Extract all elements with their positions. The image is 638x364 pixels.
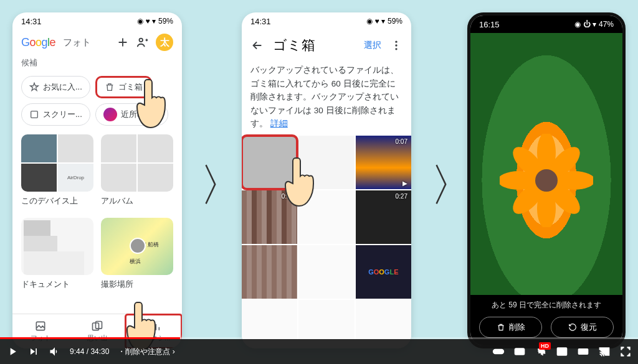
settings-button[interactable]: HD — [535, 345, 547, 359]
time-display: 9:44 / 34:30 — [70, 347, 109, 356]
status-indicators: ◉ ⏻ ▾47% — [574, 20, 614, 29]
countdown-message: あと 59 日で完全に削除されます — [470, 295, 622, 314]
svg-point-18 — [500, 350, 503, 353]
captions-icon[interactable] — [513, 345, 526, 358]
trash-item[interactable] — [298, 136, 354, 189]
progress-bar[interactable] — [0, 337, 638, 339]
chip-thumb-icon — [103, 108, 117, 121]
photo-preview[interactable] — [470, 33, 622, 301]
svg-rect-19 — [515, 348, 525, 355]
tile-device[interactable]: AirDrop このデバイス上 — [21, 134, 93, 207]
chip-nearby[interactable]: 近所のお... — [95, 103, 168, 126]
status-bar: 16:15 ◉ ⏻ ▾47% — [470, 16, 622, 33]
chip-favorites[interactable]: お気に入... — [21, 76, 90, 98]
trash-item[interactable] — [298, 245, 354, 299]
trash-header: ゴミ箱 選択 — [242, 30, 411, 61]
select-button[interactable]: 選択 — [364, 40, 381, 51]
hd-badge: HD — [539, 342, 551, 350]
section-label: 候補 — [12, 55, 182, 71]
collections-icon — [148, 320, 160, 332]
trash-grid: 0:07▶ 0:07 0:27 GOOGLE — [242, 136, 411, 348]
cast-icon[interactable] — [598, 345, 611, 358]
svg-point-7 — [395, 48, 397, 50]
restore-icon — [568, 323, 577, 332]
suggestion-chips: お気に入... ゴミ箱 スクリー... 近所のお... — [12, 71, 182, 131]
app-title: フォト — [63, 37, 91, 49]
chip-screenshots[interactable]: スクリー... — [21, 103, 90, 126]
svg-point-6 — [395, 44, 397, 46]
svg-rect-21 — [562, 352, 566, 354]
svg-point-16 — [535, 169, 558, 192]
delete-button[interactable]: 削除 — [479, 317, 542, 338]
autoplay-toggle-icon[interactable] — [492, 345, 505, 358]
memories-icon — [91, 320, 103, 332]
share-people-icon[interactable] — [136, 35, 150, 49]
svg-point-0 — [140, 39, 143, 42]
trash-item[interactable] — [242, 245, 297, 299]
category-tiles-row-2: ドキュメント 京 船橋 横浜 撮影場所 — [12, 214, 182, 294]
volume-icon[interactable] — [49, 345, 61, 358]
clock: 14:31 — [21, 17, 42, 26]
trash-item[interactable]: 0:27 — [356, 190, 411, 244]
screenshot-icon — [29, 110, 39, 119]
phone-screen-1: 14:31 ◉ ♥ ▾59% Google フォト 太 候補 お気に入... ゴ… — [12, 12, 182, 348]
svg-point-5 — [395, 41, 397, 43]
svg-rect-22 — [579, 349, 588, 354]
tile-documents[interactable]: ドキュメント — [21, 218, 93, 290]
more-icon[interactable] — [390, 39, 402, 52]
details-link[interactable]: 詳細 — [270, 119, 288, 128]
trash-item[interactable] — [242, 136, 297, 189]
star-icon — [29, 82, 39, 92]
miniplayer-icon[interactable] — [556, 345, 568, 358]
status-bar: 14:31 ◉ ♥ ▾59% — [12, 12, 182, 30]
photo-icon — [34, 320, 47, 332]
play-icon[interactable] — [6, 345, 19, 358]
clock: 16:15 — [479, 20, 500, 29]
status-indicators: ◉ ♥ ▾59% — [137, 17, 173, 26]
page-title: ゴミ箱 — [273, 36, 355, 55]
avatar[interactable]: 太 — [156, 34, 173, 51]
google-logo: Google — [21, 36, 55, 49]
flower-photo — [500, 134, 593, 227]
trash-icon — [497, 323, 505, 332]
chevron-right-icon: 〉 — [199, 156, 244, 215]
fullscreen-icon[interactable] — [619, 345, 632, 358]
phone-screen-2: 14:31 ◉ ♥ ▾59% ゴミ箱 選択 バックアップされているファイルは、ゴ… — [242, 12, 411, 348]
add-icon[interactable] — [116, 35, 130, 49]
trash-item[interactable]: 0:07 — [242, 190, 297, 244]
trash-icon — [105, 82, 115, 92]
theater-icon[interactable] — [577, 345, 589, 358]
chapter-title[interactable]: ・削除や注意点 › — [118, 347, 174, 357]
trash-description: バックアップされているファイルは、ゴミ箱に入れてから 60 日後に完全に削除され… — [242, 61, 411, 136]
phone-screen-3: 16:15 ◉ ⏻ ▾47% ← あと 59 日で完全に削除されます — [467, 12, 626, 348]
status-bar: 14:31 ◉ ♥ ▾59% — [242, 12, 411, 30]
tile-album[interactable]: アルバム — [101, 134, 173, 207]
tile-locations[interactable]: 京 船橋 横浜 撮影場所 — [101, 218, 173, 290]
video-player-controls: 9:44 / 34:30 ・削除や注意点 › HD — [0, 339, 638, 364]
chip-trash[interactable]: ゴミ箱 — [95, 76, 152, 98]
restore-button[interactable]: 復元 — [551, 317, 614, 338]
status-indicators: ◉ ♥ ▾59% — [366, 17, 402, 26]
trash-item[interactable]: GOOGLE — [356, 245, 411, 299]
app-header: Google フォト 太 — [12, 30, 182, 55]
trash-item[interactable] — [298, 190, 354, 244]
svg-rect-2 — [37, 322, 45, 330]
trash-item[interactable]: 0:07▶ — [356, 136, 411, 189]
back-arrow-icon[interactable] — [250, 39, 264, 52]
svg-rect-1 — [31, 111, 38, 118]
next-icon[interactable] — [27, 345, 40, 358]
clock: 14:31 — [250, 17, 271, 26]
category-tiles-row-1: AirDrop このデバイス上 アルバム — [12, 131, 182, 210]
